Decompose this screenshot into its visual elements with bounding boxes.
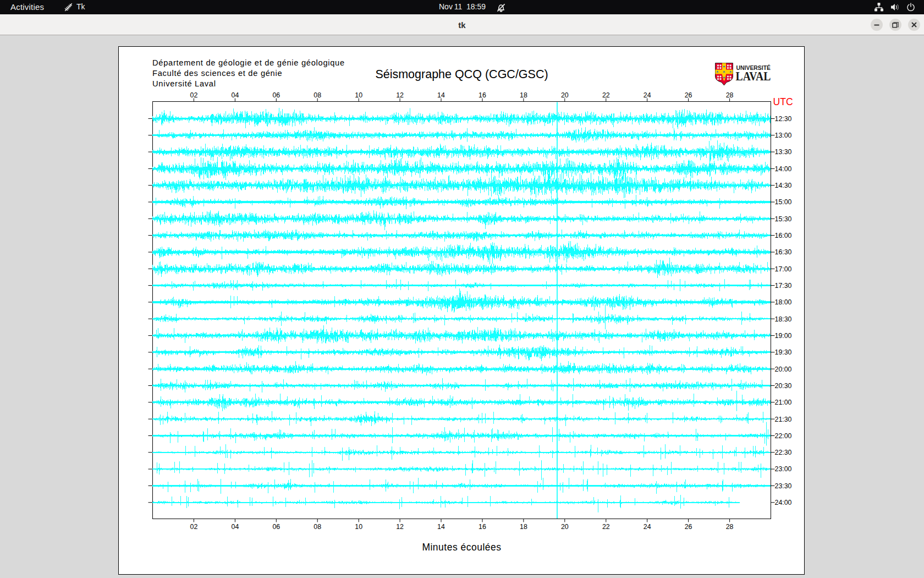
svg-text:28: 28 bbox=[726, 91, 734, 99]
svg-text:18:00: 18:00 bbox=[775, 298, 792, 306]
svg-text:Minutes écoulées: Minutes écoulées bbox=[422, 542, 501, 553]
svg-text:14:30: 14:30 bbox=[775, 182, 792, 189]
svg-text:22:30: 22:30 bbox=[775, 449, 792, 456]
svg-text:17:30: 17:30 bbox=[775, 282, 792, 290]
svg-text:23:30: 23:30 bbox=[775, 482, 792, 490]
svg-text:14: 14 bbox=[437, 523, 445, 531]
svg-text:13:00: 13:00 bbox=[775, 132, 792, 139]
svg-text:12: 12 bbox=[396, 91, 404, 99]
svg-text:26: 26 bbox=[685, 91, 692, 99]
svg-text:13:30: 13:30 bbox=[775, 148, 792, 156]
svg-text:21:00: 21:00 bbox=[775, 399, 792, 406]
svg-text:19:30: 19:30 bbox=[775, 348, 792, 356]
svg-text:15:30: 15:30 bbox=[775, 215, 792, 223]
svg-text:16: 16 bbox=[479, 91, 486, 99]
svg-text:02: 02 bbox=[190, 91, 198, 99]
svg-text:04: 04 bbox=[232, 523, 239, 531]
svg-text:20:00: 20:00 bbox=[775, 366, 792, 373]
svg-text:23:00: 23:00 bbox=[775, 465, 792, 473]
svg-text:06: 06 bbox=[272, 523, 280, 531]
svg-text:20: 20 bbox=[561, 523, 569, 531]
svg-text:20:30: 20:30 bbox=[775, 382, 792, 390]
svg-text:UTC: UTC bbox=[773, 96, 793, 107]
svg-text:22: 22 bbox=[602, 523, 610, 531]
svg-text:24:00: 24:00 bbox=[775, 499, 792, 506]
svg-text:12:30: 12:30 bbox=[775, 115, 792, 123]
svg-text:12: 12 bbox=[396, 523, 404, 531]
svg-text:28: 28 bbox=[726, 523, 734, 531]
svg-text:Département de géologie et de: Département de géologie et de génie géol… bbox=[152, 58, 345, 67]
svg-text:08: 08 bbox=[314, 523, 321, 531]
svg-text:14: 14 bbox=[437, 91, 445, 99]
svg-text:15:00: 15:00 bbox=[775, 198, 792, 206]
svg-text:19:00: 19:00 bbox=[775, 332, 792, 340]
svg-text:18:30: 18:30 bbox=[775, 315, 792, 323]
svg-text:06: 06 bbox=[272, 91, 280, 99]
svg-text:10: 10 bbox=[355, 91, 362, 99]
svg-text:20: 20 bbox=[561, 91, 569, 99]
svg-text:16:00: 16:00 bbox=[775, 232, 792, 239]
svg-text:10: 10 bbox=[355, 523, 362, 531]
svg-text:Faculté des sciences et de gén: Faculté des sciences et de génie bbox=[152, 69, 282, 78]
svg-text:17:00: 17:00 bbox=[775, 265, 792, 273]
svg-text:22: 22 bbox=[602, 91, 610, 99]
svg-text:LAVAL: LAVAL bbox=[736, 69, 771, 83]
svg-text:02: 02 bbox=[190, 523, 198, 531]
svg-text:08: 08 bbox=[314, 91, 321, 99]
svg-text:14:00: 14:00 bbox=[775, 165, 792, 173]
svg-text:22:00: 22:00 bbox=[775, 432, 792, 440]
svg-text:24: 24 bbox=[644, 523, 651, 531]
svg-text:24: 24 bbox=[644, 91, 651, 99]
svg-text:18: 18 bbox=[520, 91, 527, 99]
svg-text:16: 16 bbox=[479, 523, 486, 531]
svg-text:Université Laval: Université Laval bbox=[152, 79, 216, 88]
svg-text:04: 04 bbox=[232, 91, 239, 99]
svg-text:16:30: 16:30 bbox=[775, 248, 792, 256]
svg-text:Séismographe QCQ (CGC/GSC): Séismographe QCQ (CGC/GSC) bbox=[375, 68, 548, 81]
svg-text:21:30: 21:30 bbox=[775, 416, 792, 423]
svg-text:18: 18 bbox=[520, 523, 527, 531]
svg-text:26: 26 bbox=[685, 523, 692, 531]
